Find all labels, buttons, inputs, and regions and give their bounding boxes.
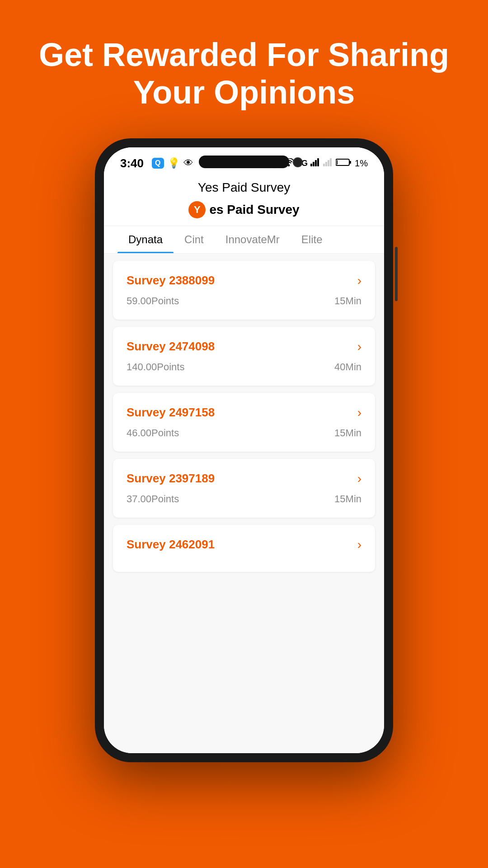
signal-icon [310, 158, 320, 169]
survey-time-4: 15Min [334, 493, 361, 505]
camera-dot [293, 157, 303, 167]
app-brand: Y es Paid Survey [104, 201, 384, 218]
svg-rect-2 [315, 160, 317, 166]
tab-dynata[interactable]: Dynata [117, 226, 174, 253]
svg-rect-8 [336, 159, 349, 165]
survey-card-header-1: Survey 2388099 › [127, 274, 361, 288]
survey-card-footer-4: 37.00Points 15Min [127, 493, 361, 505]
moon-icon: 🌙 [269, 158, 281, 169]
survey-points-1: 59.00Points [127, 295, 179, 307]
status-icons-left: Q 💡 👁 [152, 157, 193, 169]
survey-title-5: Survey 2462091 [127, 538, 215, 552]
survey-card-3[interactable]: Survey 2497158 › 46.00Points 15Min [113, 393, 375, 452]
tab-elite[interactable]: Elite [291, 226, 333, 253]
app-title: Yes Paid Survey [104, 180, 384, 195]
svg-rect-9 [349, 161, 351, 164]
eye-icon: 👁 [183, 157, 193, 169]
survey-time-3: 15Min [334, 427, 361, 439]
chevron-right-icon-5: › [357, 538, 361, 552]
battery-percent: 1% [355, 158, 368, 169]
hero-text: Get Rewarded For Sharing Your Opinions [0, 36, 488, 111]
svg-rect-5 [325, 162, 327, 166]
battery-icon [336, 158, 352, 169]
svg-rect-6 [328, 160, 329, 166]
survey-card-header-2: Survey 2474098 › [127, 340, 361, 354]
survey-card-header-3: Survey 2497158 › [127, 406, 361, 420]
survey-time-1: 15Min [334, 295, 361, 307]
brand-name: es Paid Survey [209, 203, 299, 217]
nfc-icon: N [260, 158, 267, 169]
survey-title-1: Survey 2388099 [127, 274, 215, 288]
bulb-icon: 💡 [168, 157, 180, 169]
phone-frame: 3:40 Q 💡 👁 N 🌙 4G [95, 138, 393, 762]
chevron-right-icon-4: › [357, 472, 361, 486]
app-header: Yes Paid Survey Y es Paid Survey [104, 174, 384, 226]
tabs-bar: Dynata Cint InnovateMr Elite [104, 226, 384, 254]
status-left: 3:40 Q 💡 👁 [120, 156, 193, 170]
survey-card-footer-2: 140.00Points 40Min [127, 361, 361, 373]
survey-title-2: Survey 2474098 [127, 340, 215, 354]
svg-rect-10 [337, 160, 338, 165]
svg-rect-0 [310, 164, 312, 166]
survey-card-2[interactable]: Survey 2474098 › 140.00Points 40Min [113, 327, 375, 386]
survey-card-footer-3: 46.00Points 15Min [127, 427, 361, 439]
survey-card-1[interactable]: Survey 2388099 › 59.00Points 15Min [113, 261, 375, 320]
chevron-right-icon-2: › [357, 340, 361, 354]
status-bar: 3:40 Q 💡 👁 N 🌙 4G [104, 147, 384, 174]
chevron-right-icon-1: › [357, 274, 361, 288]
extra-signal-icon [323, 158, 333, 169]
survey-points-4: 37.00Points [127, 493, 179, 505]
survey-card-header-4: Survey 2397189 › [127, 472, 361, 486]
survey-time-2: 40Min [334, 361, 361, 373]
q-badge-icon: Q [152, 158, 164, 169]
svg-rect-4 [323, 164, 325, 166]
svg-rect-3 [317, 158, 319, 166]
survey-points-2: 140.00Points [127, 361, 184, 373]
survey-card-4[interactable]: Survey 2397189 › 37.00Points 15Min [113, 459, 375, 518]
tab-innovatemr[interactable]: InnovateMr [215, 226, 291, 253]
status-icons-right: N 🌙 4G [260, 158, 368, 169]
status-time: 3:40 [120, 156, 144, 170]
chevron-right-icon-3: › [357, 406, 361, 420]
survey-list: Survey 2388099 › 59.00Points 15Min Surve… [104, 254, 384, 753]
survey-card-5[interactable]: Survey 2462091 › [113, 525, 375, 572]
survey-title-4: Survey 2397189 [127, 472, 215, 486]
svg-rect-7 [330, 158, 332, 166]
survey-card-header-5: Survey 2462091 › [127, 538, 361, 552]
tab-cint[interactable]: Cint [174, 226, 215, 253]
svg-rect-1 [313, 162, 314, 166]
phone-screen: 3:40 Q 💡 👁 N 🌙 4G [104, 147, 384, 753]
survey-points-3: 46.00Points [127, 427, 179, 439]
survey-title-3: Survey 2497158 [127, 406, 215, 420]
brand-logo: Y [188, 201, 206, 218]
survey-card-footer-1: 59.00Points 15Min [127, 295, 361, 307]
